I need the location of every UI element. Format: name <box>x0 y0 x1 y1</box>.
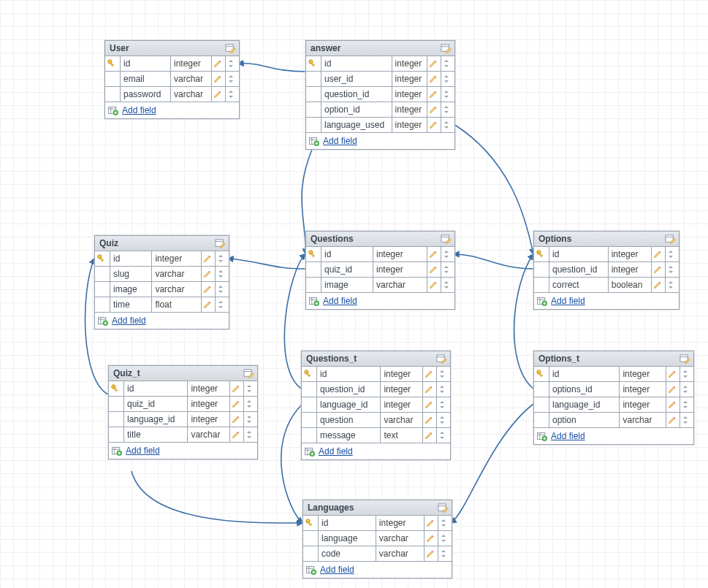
pencil-icon[interactable] <box>232 415 242 424</box>
pencil-icon[interactable] <box>203 300 213 309</box>
table-quiz[interactable]: Quizidintegerslugvarcharimagevarchartime… <box>94 235 229 329</box>
sort-icon[interactable] <box>443 250 453 259</box>
table-header[interactable]: User <box>105 41 239 56</box>
pencil-icon[interactable] <box>203 285 213 294</box>
edit-field-cell[interactable] <box>230 412 244 427</box>
sort-icon[interactable] <box>227 59 237 68</box>
reorder-field-cell[interactable] <box>437 367 451 382</box>
edit-field-cell[interactable] <box>212 72 226 87</box>
reorder-field-cell[interactable] <box>680 382 694 397</box>
sort-icon[interactable] <box>440 519 450 527</box>
reorder-field-cell[interactable] <box>438 546 452 562</box>
edit-field-cell[interactable] <box>427 247 441 262</box>
edit-field-cell[interactable] <box>423 397 437 413</box>
reorder-field-cell[interactable] <box>680 367 694 382</box>
edit-field-cell[interactable] <box>425 546 438 562</box>
pencil-icon[interactable] <box>232 400 242 408</box>
edit-field-cell[interactable] <box>666 367 680 382</box>
table-row[interactable]: question_idinteger <box>302 382 450 397</box>
pencil-icon[interactable] <box>429 121 439 129</box>
reorder-field-cell[interactable] <box>441 87 455 102</box>
table-row[interactable]: slugvarchar <box>95 267 229 282</box>
sort-icon[interactable] <box>443 59 453 68</box>
reorder-field-cell[interactable] <box>680 413 694 428</box>
table-header[interactable]: answer <box>306 41 454 56</box>
pencil-icon[interactable] <box>668 416 678 424</box>
table-row[interactable]: idinteger <box>302 367 450 382</box>
table-header[interactable]: Quiz_t <box>109 366 257 381</box>
edit-field-cell[interactable] <box>202 267 216 282</box>
pencil-icon[interactable] <box>213 59 224 68</box>
table-row[interactable]: user_idinteger <box>306 72 454 87</box>
table-header[interactable]: Options <box>534 232 679 247</box>
edit-field-cell[interactable] <box>423 367 437 382</box>
edit-field-cell[interactable] <box>230 397 244 412</box>
add-field-link[interactable]: Add field <box>320 565 354 575</box>
pencil-icon[interactable] <box>429 105 439 114</box>
table-questions_t[interactable]: Questions_tidintegerquestion_idintegerla… <box>301 351 451 460</box>
table-options_t[interactable]: Options_tidintegeroptions_idintegerlangu… <box>533 351 694 445</box>
table-row[interactable]: question_idinteger <box>534 262 679 278</box>
table-header[interactable]: Quiz <box>95 236 229 251</box>
table-languages[interactable]: Languagesidintegerlanguagevarcharcodevar… <box>302 500 452 579</box>
sort-icon[interactable] <box>682 400 692 409</box>
pencil-icon[interactable] <box>426 549 436 558</box>
reorder-field-cell[interactable] <box>666 262 680 278</box>
table-options[interactable]: Optionsidintegerquestion_idintegercorrec… <box>533 231 680 310</box>
edit-field-cell[interactable] <box>666 413 680 428</box>
add-field-link[interactable]: Add field <box>551 431 585 441</box>
sort-icon[interactable] <box>667 250 677 259</box>
edit-table-icon[interactable] <box>436 354 447 364</box>
reorder-field-cell[interactable] <box>216 251 229 267</box>
pencil-icon[interactable] <box>232 384 242 393</box>
table-row[interactable]: emailvarchar <box>105 72 239 87</box>
reorder-field-cell[interactable] <box>437 428 451 443</box>
sort-icon[interactable] <box>217 270 227 278</box>
edit-field-cell[interactable] <box>212 56 226 72</box>
table-row[interactable]: questionvarchar <box>302 413 450 428</box>
table-row[interactable]: imagevarchar <box>95 282 229 297</box>
pencil-icon[interactable] <box>213 90 224 99</box>
edit-table-icon[interactable] <box>680 354 690 364</box>
edit-field-cell[interactable] <box>427 102 441 118</box>
sort-icon[interactable] <box>438 431 449 440</box>
reorder-field-cell[interactable] <box>226 87 240 102</box>
table-row[interactable]: idinteger <box>105 56 239 72</box>
sort-icon[interactable] <box>438 385 449 394</box>
sort-icon[interactable] <box>443 90 453 99</box>
reorder-field-cell[interactable] <box>437 413 451 428</box>
sort-icon[interactable] <box>438 370 449 378</box>
table-header[interactable]: Options_t <box>534 351 693 367</box>
reorder-field-cell[interactable] <box>666 247 680 262</box>
pencil-icon[interactable] <box>426 534 436 543</box>
table-row[interactable]: idinteger <box>109 381 257 397</box>
sort-icon[interactable] <box>245 430 256 439</box>
edit-field-cell[interactable] <box>427 278 441 293</box>
table-row[interactable]: optionvarchar <box>534 413 693 428</box>
table-row[interactable]: idinteger <box>534 367 693 382</box>
table-row[interactable]: titlevarchar <box>109 427 257 443</box>
table-row[interactable]: imagevarchar <box>306 278 454 293</box>
sort-icon[interactable] <box>245 415 256 424</box>
edit-field-cell[interactable] <box>202 282 216 297</box>
edit-field-cell[interactable] <box>202 251 216 267</box>
add-field-link[interactable]: Add field <box>323 136 357 146</box>
pencil-icon[interactable] <box>653 250 663 259</box>
edit-table-icon[interactable] <box>243 368 254 379</box>
table-quiz_t[interactable]: Quiz_tidintegerquiz_idintegerlanguage_id… <box>108 365 258 459</box>
edit-table-icon[interactable] <box>215 238 226 249</box>
reorder-field-cell[interactable] <box>244 397 258 412</box>
edit-field-cell[interactable] <box>425 516 438 531</box>
reorder-field-cell[interactable] <box>680 397 694 413</box>
table-row[interactable]: messagetext <box>302 428 450 443</box>
reorder-field-cell[interactable] <box>244 412 258 427</box>
sort-icon[interactable] <box>227 75 237 83</box>
table-row[interactable]: correctboolean <box>534 278 679 293</box>
edit-field-cell[interactable] <box>425 531 438 546</box>
reorder-field-cell[interactable] <box>441 56 455 72</box>
sort-icon[interactable] <box>682 370 692 378</box>
sort-icon[interactable] <box>438 400 449 409</box>
edit-field-cell[interactable] <box>423 382 437 397</box>
table-row[interactable]: idinteger <box>303 516 452 531</box>
add-field-link[interactable]: Add field <box>323 296 357 306</box>
